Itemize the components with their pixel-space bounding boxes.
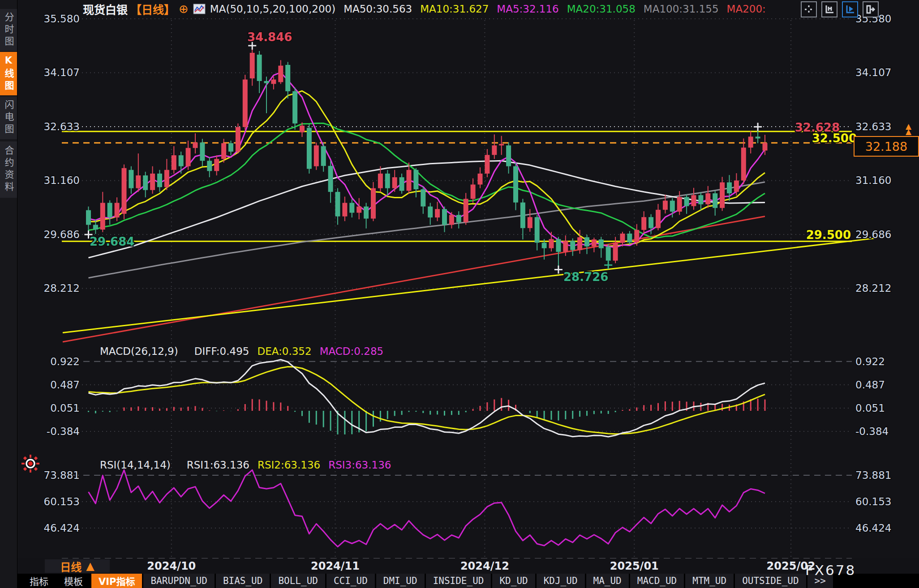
svg-text:29.684: 29.684	[90, 235, 134, 248]
indicator-tab-8[interactable]: DMI_UD	[376, 574, 425, 588]
svg-text:31.160: 31.160	[855, 175, 891, 186]
macd-legend-item: DIFF:0.495	[194, 345, 249, 357]
indicator-tab-10[interactable]: KD_UD	[492, 574, 535, 588]
ma-legend-item: MA100:31.155	[644, 3, 719, 15]
sidebar: 分时图K线图闪电图合约资料	[0, 0, 17, 588]
date-label: 2025/01	[607, 560, 661, 572]
indicator-tab-13[interactable]: MACD_UD	[630, 574, 684, 588]
svg-text:0.487: 0.487	[50, 379, 80, 391]
svg-text:46.424: 46.424	[855, 522, 891, 534]
alert-sun-icon[interactable]	[21, 454, 40, 475]
svg-text:0.487: 0.487	[855, 379, 885, 391]
svg-text:29.500: 29.500	[806, 228, 851, 242]
trend-lines[interactable]	[62, 127, 874, 342]
date-label: 2024/12	[458, 560, 511, 572]
last-price-value: 32.188	[865, 140, 907, 153]
svg-text:28.212: 28.212	[44, 282, 80, 294]
indicator-tab-7[interactable]: CCI_UD	[326, 574, 375, 588]
macd-legend-item: MACD:0.285	[320, 345, 384, 357]
macd-panel	[89, 360, 765, 437]
ma-legend-item: MA20:31.058	[567, 3, 636, 15]
sidebar-item-2[interactable]: K线图	[0, 52, 17, 95]
ma-params-label: MA(50,10,5,20,100,200)	[210, 3, 335, 15]
svg-text:0.051: 0.051	[50, 402, 80, 414]
svg-text:60.153: 60.153	[855, 496, 891, 507]
axis-scale-icon[interactable]	[821, 1, 837, 17]
ma-legend-item: MA10:31.627	[420, 3, 489, 15]
indicator-tab-3[interactable]: VIP指标	[91, 574, 142, 588]
price-up-arrows-icon: ▲▲	[906, 124, 911, 134]
ma-legend: MA50:30.563MA10:31.627MA5:32.116MA20:31.…	[335, 3, 766, 15]
svg-text:73.881: 73.881	[44, 469, 80, 481]
svg-text:32.633: 32.633	[44, 121, 80, 132]
date-label: 2024/10	[145, 560, 198, 572]
date-axis-row: 日线▲ 2024/102024/112024/122025/012025/02	[17, 558, 919, 574]
macd-params-label: MACD(26,12,9)	[100, 345, 178, 357]
svg-text:-0.384: -0.384	[47, 426, 80, 437]
timeframe-selector[interactable]: 日线▲	[45, 559, 110, 573]
collapse-right-icon[interactable]	[863, 1, 879, 17]
macd-legend-item: DEA:0.352	[257, 345, 311, 357]
svg-text:46.424: 46.424	[44, 522, 80, 534]
svg-text:0.922: 0.922	[50, 356, 80, 367]
last-price-box: 32.188	[854, 136, 919, 157]
indicator-tab-14[interactable]: MTM_UD	[685, 574, 734, 588]
indicator-tab-11[interactable]: KDJ_UD	[537, 574, 585, 588]
period-label[interactable]: 【日线】	[130, 1, 175, 17]
indicator-tab-9[interactable]: INSIDE_UD	[426, 574, 491, 588]
sidebar-item-1[interactable]: 分时图	[0, 9, 17, 51]
instrument-title: 现货白银	[83, 1, 128, 17]
svg-text:34.107: 34.107	[855, 67, 891, 78]
crosshair-icon[interactable]	[801, 1, 817, 17]
rsi-header: RSI(14,14,14)RSI1:63.136RSI2:63.136RSI3:…	[100, 459, 391, 471]
chart-canvas[interactable]: 35.58035.58034.10734.10732.63332.63331.1…	[0, 0, 919, 588]
date-label: 2024/11	[309, 560, 362, 572]
sidebar-item-3[interactable]: 闪电图	[0, 97, 17, 139]
timeframe-label: 日线	[60, 558, 82, 574]
svg-text:32.500: 32.500	[812, 132, 857, 145]
rsi-legend-item: RSI2:63.136	[258, 459, 320, 471]
macd-values: DIFF:0.495DEA:0.352MACD:0.285	[186, 345, 383, 357]
svg-text:60.153: 60.153	[44, 496, 80, 507]
rsi-legend-item: RSI3:63.136	[328, 459, 391, 471]
svg-text:-0.384: -0.384	[855, 426, 889, 437]
ma-legend-item: MA5:32.116	[497, 3, 558, 15]
axis-play-icon[interactable]	[842, 1, 858, 17]
chart-header: 现货白银 【日线】 ⊕ MA(50,10,5,20,100,200) MA50:…	[17, 0, 919, 18]
axis-labels: 35.58035.58034.10734.10732.63332.63331.1…	[44, 13, 892, 534]
indicator-tab-bar: 指标模板VIP指标BARUPDN_UDBIAS_UDBOLL_UDCCI_UDD…	[17, 574, 919, 588]
svg-text:32.633: 32.633	[855, 121, 891, 132]
ma-legend-item: MA50:30.563	[344, 3, 412, 15]
svg-text:0.922: 0.922	[855, 356, 885, 367]
svg-text:31.160: 31.160	[44, 175, 80, 186]
svg-text:29.686: 29.686	[44, 229, 80, 240]
app-root: 分时图K线图闪电图合约资料 现货白银 【日线】 ⊕ MA(50,10,5,20,…	[0, 0, 919, 588]
rsi-values: RSI1:63.136RSI2:63.136RSI3:63.136	[179, 459, 391, 471]
indicator-tab-6[interactable]: BOLL_UD	[271, 574, 325, 588]
svg-text:29.686: 29.686	[855, 229, 891, 240]
rsi-legend-item: RSI1:63.136	[187, 459, 249, 471]
grid	[62, 19, 852, 558]
ma-lines	[89, 72, 765, 278]
macd-header: MACD(26,12,9)DIFF:0.495DEA:0.352MACD:0.2…	[100, 345, 383, 357]
triangle-up-icon: ▲	[86, 560, 94, 572]
mini-chart-icon[interactable]	[193, 4, 206, 14]
brand-watermark: FX678	[805, 562, 856, 578]
indicator-tab-4[interactable]: BARUPDN_UD	[143, 574, 214, 588]
svg-text:73.881: 73.881	[855, 469, 891, 481]
indicator-tab-2[interactable]: 模板	[57, 574, 90, 588]
indicator-tab-1[interactable]: 指标	[22, 574, 56, 588]
rsi-panel	[89, 470, 765, 547]
rsi-params-label: RSI(14,14,14)	[100, 459, 171, 471]
ma-legend-item: MA200:	[727, 3, 766, 15]
svg-text:34.107: 34.107	[44, 67, 80, 78]
svg-text:34.846: 34.846	[247, 30, 292, 44]
sidebar-item-4[interactable]: 合约资料	[0, 141, 17, 198]
svg-text:28.726: 28.726	[563, 270, 608, 284]
svg-text:28.212: 28.212	[855, 282, 891, 294]
indicator-tab-12[interactable]: MA_UD	[586, 574, 629, 588]
indicator-tab-5[interactable]: BIAS_UD	[216, 574, 270, 588]
circle-plus-icon[interactable]: ⊕	[179, 3, 189, 15]
chart-toolbar	[801, 1, 879, 17]
indicator-tab-15[interactable]: OUTSIDE_UD	[735, 574, 806, 588]
